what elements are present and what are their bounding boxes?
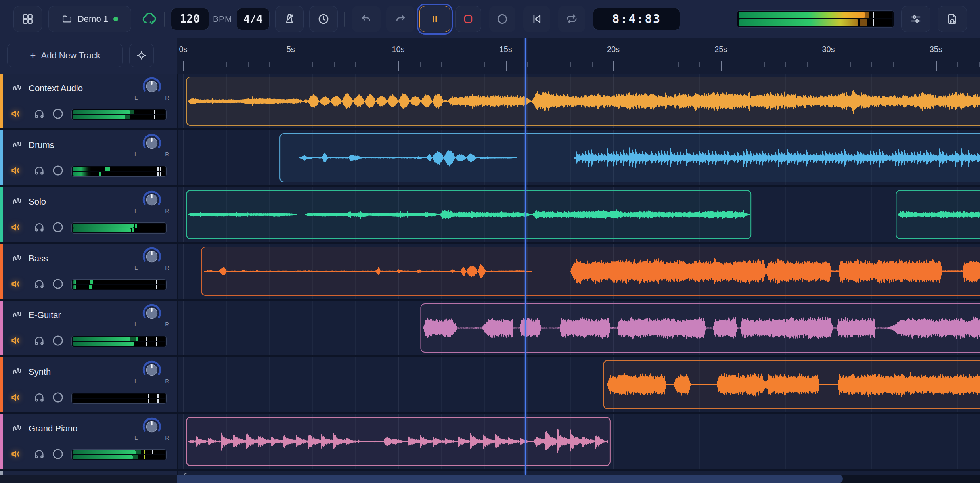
clip-waveform-canvas[interactable] (178, 130, 980, 185)
record-arm-button[interactable] (52, 335, 64, 347)
pan-knob[interactable]: L R (132, 190, 172, 216)
ruler-time-label: 35s (930, 45, 942, 54)
settings-button[interactable] (901, 6, 930, 32)
headphones-solo-button[interactable] (33, 448, 45, 460)
track-header[interactable]: Bass L R (0, 244, 177, 299)
record-arm-button[interactable] (52, 448, 64, 460)
track-header[interactable]: Grand Piano L R (0, 414, 177, 469)
skip-to-start-icon (530, 12, 544, 26)
speaker-mute-button[interactable] (10, 391, 22, 403)
toolbar: Demo 1 120 BPM 4/4 (0, 0, 980, 38)
pan-knob[interactable]: L R (132, 77, 172, 102)
headphones-solo-button[interactable] (33, 221, 45, 233)
ai-assistant-button[interactable] (129, 44, 154, 67)
track-color-stripe (0, 244, 3, 299)
track-header[interactable]: Context Audio L R (0, 74, 177, 128)
track-header[interactable]: E-Guitar L R (0, 301, 177, 355)
track-meter-right (73, 399, 165, 402)
track-header[interactable] (0, 471, 177, 475)
track-meter-left (73, 450, 165, 454)
track-row: Bass L R (0, 244, 980, 299)
speaker-mute-button[interactable] (10, 108, 22, 120)
clip-waveform-canvas[interactable] (178, 414, 980, 469)
track-header[interactable]: Synth L R (0, 357, 177, 412)
track-header[interactable]: Drums L R (0, 130, 177, 185)
track-meter-left (73, 224, 165, 228)
headphones-solo-button[interactable] (33, 335, 45, 347)
add-new-track-button[interactable]: + Add New Track (7, 44, 123, 67)
record-button[interactable] (489, 6, 515, 32)
scrollbar-rail[interactable] (177, 475, 980, 483)
track-header[interactable]: Solo L R (0, 187, 177, 242)
clip-waveform-canvas[interactable] (178, 357, 980, 412)
redo-button[interactable] (386, 6, 415, 32)
cloud-sync-icon[interactable] (141, 10, 158, 28)
speaker-mute-button[interactable] (10, 165, 22, 176)
track-lane[interactable] (177, 414, 980, 469)
time-display: 8:4:83 (593, 8, 680, 30)
track-level-meter (71, 336, 167, 347)
headphones-solo-button[interactable] (33, 391, 45, 403)
metronome-button[interactable] (275, 6, 304, 32)
track-lane[interactable] (177, 74, 980, 128)
stop-button[interactable] (455, 6, 481, 32)
pan-knob[interactable]: L R (132, 247, 172, 272)
export-audio-button[interactable] (938, 6, 967, 32)
pan-knob[interactable]: L R (132, 417, 172, 443)
track-level-meter (71, 279, 167, 290)
playhead[interactable] (525, 38, 526, 475)
headphones-solo-button[interactable] (33, 278, 45, 290)
time-signature-box[interactable]: 4/4 (237, 8, 270, 30)
time-mode-button[interactable] (309, 6, 338, 32)
master-meter-right (739, 19, 892, 26)
track-color-stripe (0, 301, 3, 355)
record-arm-button[interactable] (52, 391, 64, 403)
clip-waveform-canvas[interactable] (178, 244, 980, 299)
scrollbar-thumb[interactable] (177, 475, 843, 483)
record-arm-button[interactable] (52, 165, 64, 176)
track-meter-left (73, 337, 165, 341)
track-lane[interactable] (177, 244, 980, 299)
speaker-mute-button[interactable] (10, 278, 22, 290)
loop-icon (565, 12, 578, 26)
speaker-mute-button[interactable] (10, 448, 22, 460)
pan-knob[interactable]: L R (132, 360, 172, 386)
loop-button[interactable] (558, 6, 585, 32)
ruler-major-tick (721, 61, 722, 71)
ruler-time-label: 25s (714, 45, 727, 54)
clip-waveform-canvas[interactable] (178, 74, 980, 128)
timeline-ruler[interactable]: 0s5s10s15s20s25s30s35s (177, 38, 980, 74)
track-name: Bass (29, 253, 48, 264)
folder-icon (61, 13, 73, 25)
record-arm-button[interactable] (52, 108, 64, 120)
pause-button[interactable] (419, 6, 450, 32)
record-arm-button[interactable] (52, 221, 64, 233)
bpm-value-box[interactable]: 120 (171, 8, 209, 30)
pan-knob[interactable]: L R (132, 304, 172, 329)
track-level-meter (71, 166, 167, 177)
knob-icon (142, 304, 161, 323)
app-menu-button[interactable] (13, 6, 42, 32)
track-lane[interactable] (177, 301, 980, 355)
add-new-track-label: Add New Track (41, 50, 100, 61)
track-lane[interactable] (177, 357, 980, 412)
track-lane[interactable] (177, 187, 980, 242)
speaker-mute-button[interactable] (10, 221, 22, 233)
toolbar-divider (344, 12, 345, 27)
skip-to-start-button[interactable] (523, 6, 550, 32)
headphones-solo-button[interactable] (33, 165, 45, 176)
clip-waveform-canvas[interactable] (178, 187, 980, 242)
project-button[interactable]: Demo 1 (48, 6, 131, 32)
ruler-minor-tick (269, 62, 270, 67)
headphones-solo-button[interactable] (33, 108, 45, 120)
undo-button[interactable] (352, 6, 381, 32)
pan-left-label: L (134, 151, 138, 157)
record-icon (496, 13, 509, 25)
speaker-mute-button[interactable] (10, 335, 22, 347)
record-arm-button[interactable] (52, 278, 64, 290)
track-lane[interactable] (177, 471, 980, 475)
clip-waveform-canvas[interactable] (178, 301, 980, 355)
pan-knob[interactable]: L R (132, 134, 172, 159)
waveform-track-icon (11, 252, 24, 264)
track-lane[interactable] (177, 130, 980, 185)
